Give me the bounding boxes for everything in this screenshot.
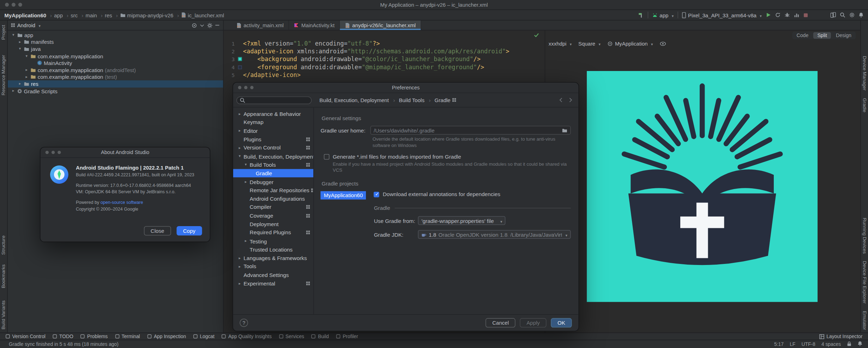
forward-icon[interactable] (568, 98, 573, 102)
run-button[interactable] (766, 12, 771, 18)
stop-button[interactable] (803, 12, 808, 17)
settings-tree-item-trusted-locations[interactable]: Trusted Locations (233, 245, 313, 254)
project-view-select[interactable]: Android (17, 22, 35, 28)
tree-expand-icon[interactable]: ▸ (237, 281, 242, 286)
generate-iml-checkbox[interactable] (324, 154, 330, 159)
settings-tree-item-languages-frameworks[interactable]: ▸Languages & Frameworks (233, 254, 313, 262)
editor-tab-activity-main-xml[interactable]: activity_main.xml (231, 20, 289, 30)
profile-button[interactable] (794, 12, 800, 18)
view-mode-split[interactable]: Split (813, 32, 831, 39)
gradle-jdk-select[interactable]: 1.8 Oracle OpenJDK version 1.8.0_401 /Li… (418, 230, 571, 239)
tool-strip-gradle[interactable]: Gradle (862, 98, 868, 112)
tool-button-terminal[interactable]: Terminal (115, 334, 140, 339)
download-annotations-checkbox[interactable] (374, 191, 380, 197)
code-line[interactable]: 2<adaptive-icon xmlns:android="http://sc… (224, 47, 545, 55)
project-tree-item-com-example-myapplication-test[interactable]: ▸com.example.myapplication (test) (8, 73, 223, 81)
editor-tab-anydpi-v26-ic-launcher-xml[interactable]: anydpi-v26/ic_launcher.xml (340, 20, 421, 30)
density-select[interactable]: xxxhdpi (549, 41, 572, 47)
device-mirroring-icon[interactable] (830, 12, 836, 18)
settings-breadcrumb-gradle[interactable]: Gradle (435, 97, 456, 103)
tool-strip-emulator[interactable]: Emulator (862, 311, 868, 330)
tree-expand-icon[interactable]: ▸ (237, 256, 242, 260)
tool-strip-project[interactable]: Project (1, 25, 6, 40)
project-tree-item-mainactivity[interactable]: CMainActivity (8, 59, 223, 66)
shape-select[interactable]: Square (578, 41, 601, 47)
tool-strip-resource-manager[interactable]: Resource Manager (1, 55, 6, 95)
view-mode-code[interactable]: Code (793, 32, 813, 39)
settings-breadcrumb-build-execution-deployment[interactable]: Build, Execution, Deployment (319, 97, 398, 103)
caret-position[interactable]: 5:17 (774, 341, 784, 347)
code-line[interactable]: 4 <foreground android:drawable="@mipmap/… (224, 63, 545, 71)
tool-strip-device-file-explorer[interactable]: Device File Explorer (862, 261, 868, 304)
notifications-icon[interactable] (858, 12, 863, 18)
code-line[interactable]: 3 <background android:drawable="@color/i… (224, 55, 545, 64)
breadcrumb-item-ic-launcher-xml[interactable]: ic_launcher.xml (181, 12, 224, 18)
drawable-preview-icon[interactable] (238, 65, 242, 69)
dialog-minimize-button[interactable] (244, 86, 247, 89)
tree-expand-icon[interactable]: ▸ (18, 40, 22, 45)
run-configuration-select[interactable]: app (652, 12, 674, 18)
settings-tree-item-build-tools[interactable]: ▾Build Tools (233, 161, 313, 169)
layout-inspector-button[interactable]: Layout Inspector (819, 334, 862, 339)
breadcrumb-item-app[interactable]: app (54, 12, 71, 18)
tree-expand-icon[interactable]: ▸ (237, 112, 242, 116)
settings-tree-item-android-configurations[interactable]: Android Configurations (233, 194, 313, 203)
project-list-item-selected[interactable]: MyApplication60 (320, 191, 366, 200)
settings-tree-item-compiler[interactable]: Compiler (233, 203, 313, 211)
tool-button-app-inspection[interactable]: App Inspection (147, 334, 186, 339)
tree-expand-icon[interactable]: ▸ (18, 82, 22, 86)
apply-button[interactable]: Apply (520, 318, 546, 328)
tree-expand-icon[interactable]: ▸ (24, 68, 29, 72)
tool-button-todo[interactable]: TODO (53, 334, 73, 339)
inspections-status-icon[interactable] (534, 32, 539, 38)
browse-folder-icon[interactable] (562, 128, 567, 133)
indent-style[interactable]: 4 spaces (821, 341, 841, 347)
project-tree-item-manifests[interactable]: ▸manifests (8, 39, 223, 46)
zoom-button[interactable] (18, 3, 22, 7)
project-tree-item-res[interactable]: ▸res (8, 81, 223, 88)
settings-tree-item-coverage[interactable]: Coverage (233, 211, 313, 220)
settings-breadcrumb-build-tools[interactable]: Build Tools (399, 97, 433, 103)
close-button[interactable] (5, 3, 9, 7)
tool-strip-structure[interactable]: Structure (1, 236, 6, 255)
tree-expand-icon[interactable]: ▸ (243, 179, 248, 184)
settings-tree-item-advanced-settings[interactable]: Advanced Settings (233, 271, 313, 279)
settings-tree-item-plugins[interactable]: Plugins (233, 135, 313, 144)
settings-tree-item-build-execution-deployment[interactable]: ▾Build, Execution, Deployment (233, 152, 313, 161)
copy-button[interactable]: Copy (176, 226, 202, 236)
gradle-user-home-field[interactable]: /Users/davidwhite/.gradle (370, 126, 571, 135)
line-separator[interactable]: LF (790, 341, 795, 347)
breadcrumb-item-myapplication60[interactable]: MyApplication60 (5, 12, 54, 18)
open-source-link[interactable]: open-source software (101, 200, 143, 205)
settings-tree-item-keymap[interactable]: Keymap (233, 118, 313, 127)
close-button[interactable]: Close (144, 226, 171, 236)
tool-button-problems[interactable]: Problems (80, 334, 108, 339)
use-gradle-from-select[interactable]: 'gradle-wrapper.properties' file (418, 216, 506, 225)
tool-button-build[interactable]: Build (311, 334, 329, 339)
tool-button-services[interactable]: Services (279, 334, 304, 339)
search-everywhere-icon[interactable] (840, 12, 845, 18)
project-tree-item-com-example-myapplication-androidtest[interactable]: ▸com.example.myapplication (androidTest) (8, 66, 223, 73)
minimize-button[interactable] (12, 3, 16, 7)
settings-tree-item-appearance-behavior[interactable]: ▸Appearance & Behavior (233, 110, 313, 118)
project-tree-item-app[interactable]: ▾app (8, 31, 223, 39)
view-mode-design[interactable]: Design (832, 32, 855, 39)
tool-strip-running-devices[interactable]: Running Devices (862, 218, 868, 254)
select-opened-file-icon[interactable] (192, 23, 197, 28)
device-select[interactable]: Pixel_3a_API_33_arm64-v8a (682, 12, 762, 18)
dialog-zoom-button[interactable] (250, 86, 253, 89)
ok-button[interactable]: OK (551, 318, 572, 328)
help-button[interactable]: ? (240, 319, 248, 327)
settings-tree-item-experimental[interactable]: ▸Experimental (233, 279, 313, 288)
tool-button-app-quality-insights[interactable]: App Quality Insights (222, 334, 272, 339)
visibility-eye-icon[interactable] (659, 41, 665, 46)
tree-collapse-icon[interactable]: ▾ (11, 33, 16, 37)
back-icon[interactable] (559, 98, 563, 102)
collapse-all-icon[interactable] (199, 23, 205, 28)
settings-tree-item-editor[interactable]: ▸Editor (233, 127, 313, 135)
project-tree-item-java[interactable]: ▾java (8, 46, 223, 53)
file-encoding[interactable]: UTF-8 (802, 341, 815, 347)
settings-tree-item-deployment[interactable]: Deployment (233, 220, 313, 228)
settings-tree-item-remote-jar-repositories[interactable]: Remote Jar Repositories (233, 186, 313, 195)
tool-button-version-control[interactable]: Version Control (6, 334, 46, 339)
